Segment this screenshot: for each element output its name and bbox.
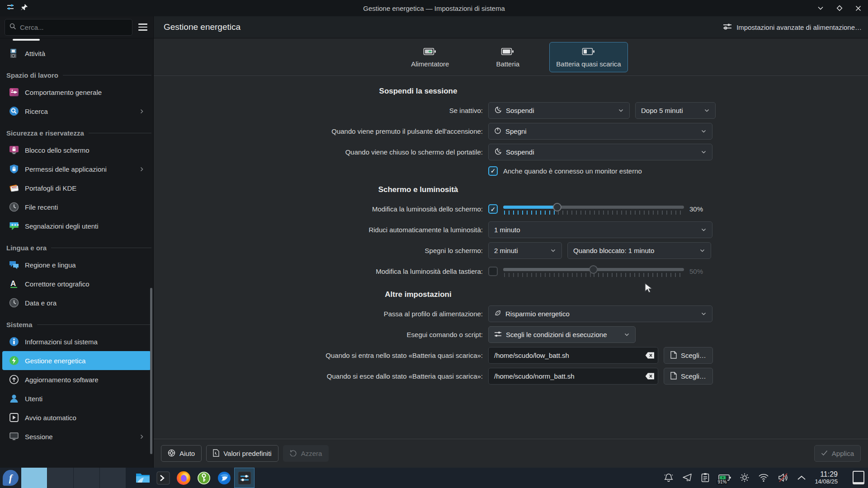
volume-muted-icon[interactable] bbox=[778, 473, 788, 483]
expand-tray-icon[interactable] bbox=[797, 474, 806, 481]
wifi-icon[interactable] bbox=[758, 473, 769, 482]
check-icon bbox=[821, 450, 828, 457]
screen-off-label: Spegni lo schermo: bbox=[154, 247, 488, 254]
virtual-desktop-3[interactable] bbox=[74, 468, 100, 488]
chevron-right-icon bbox=[139, 166, 145, 172]
clock-date: 14/08/25 bbox=[815, 479, 838, 485]
dim-label: Riduci automaticamente la luminosità: bbox=[154, 226, 488, 234]
tab-battery-full[interactable]: Batteria bbox=[472, 42, 544, 72]
spellcheck-icon: A bbox=[9, 278, 19, 289]
sidebar-item-user-feedback[interactable]: ★★★Segnalazioni degli utenti bbox=[2, 216, 151, 235]
clipboard-icon[interactable] bbox=[701, 473, 710, 483]
svg-text:z: z bbox=[499, 107, 500, 109]
virtual-desktop-2[interactable] bbox=[47, 468, 74, 488]
keyboard-brightness-checkbox[interactable] bbox=[488, 267, 498, 276]
screen-off-locked-combobox[interactable]: Quando bloccato: 1 minuto bbox=[567, 242, 711, 259]
search-icon bbox=[9, 23, 16, 31]
exit-state-script-input[interactable]: /home/scudo/norm_batt.sh bbox=[488, 368, 658, 385]
power-button-action-combobox[interactable]: Spegni bbox=[488, 123, 712, 140]
clear-text-icon[interactable] bbox=[645, 373, 655, 380]
firefox-icon[interactable] bbox=[173, 468, 193, 488]
enter-state-choose-button[interactable]: Scegli… bbox=[664, 347, 713, 364]
screen-brightness-label: Modifica la luminosità dello schermo: bbox=[154, 205, 488, 213]
suspend-icon: z bbox=[494, 106, 502, 115]
tab-bar: AlimentatoreBatteriaBatteria quasi scari… bbox=[154, 42, 868, 72]
notifications-icon[interactable] bbox=[664, 473, 674, 483]
keyboard-brightness-value: 50% bbox=[689, 267, 709, 275]
close-button[interactable] bbox=[855, 5, 862, 12]
lid-close-action-combobox[interactable]: z Sospendi bbox=[488, 144, 712, 160]
sliders-icon bbox=[494, 331, 502, 339]
sidebar-item-recent-files[interactable]: File recenti bbox=[2, 197, 151, 216]
chevron-down-icon bbox=[613, 108, 624, 113]
enter-state-script-input[interactable]: /home/scudo/low_batt.sh bbox=[488, 347, 658, 364]
kde-wallet-icon bbox=[9, 183, 19, 193]
undo-icon bbox=[290, 449, 297, 458]
thunderbird-icon[interactable] bbox=[214, 468, 234, 488]
sidebar-scrollbar[interactable] bbox=[150, 288, 152, 454]
sidebar-item-app-permissions[interactable]: Permessi delle applicazioni bbox=[2, 160, 151, 178]
sidebar-item-software-update[interactable]: Aggiornamento software bbox=[2, 370, 151, 389]
screen-off-timeout-combobox[interactable]: 2 minuti bbox=[488, 242, 562, 259]
maximize-button[interactable] bbox=[836, 5, 843, 12]
application-launcher-button[interactable]: f bbox=[3, 470, 19, 486]
reset-button[interactable]: Azzera bbox=[283, 445, 329, 462]
apply-button[interactable]: Applica bbox=[814, 445, 861, 462]
battery-full-icon bbox=[501, 47, 514, 57]
power-management-icon bbox=[9, 355, 19, 366]
advanced-power-settings-button[interactable]: Impostazioni avanzate di alimentazione… bbox=[723, 23, 862, 32]
battery-icon[interactable]: 91% bbox=[718, 474, 731, 482]
terminal-icon[interactable] bbox=[153, 468, 173, 488]
keepassxc-icon[interactable] bbox=[193, 468, 214, 488]
idle-action-combobox[interactable]: z Sospendi bbox=[488, 102, 630, 119]
sidebar-item-search-blue[interactable]: Ricerca bbox=[2, 102, 151, 121]
external-monitor-checkbox[interactable] bbox=[488, 166, 498, 176]
chevron-down-icon bbox=[695, 248, 705, 253]
run-script-label: Esegui comando o script: bbox=[154, 331, 488, 338]
sidebar-item-power-management[interactable]: Gestione energetica bbox=[2, 351, 151, 370]
system-settings-task-icon[interactable] bbox=[234, 468, 255, 488]
menu-button[interactable] bbox=[136, 20, 150, 34]
virtual-desktop-4[interactable] bbox=[100, 468, 126, 488]
power-profile-combobox[interactable]: Risparmio energetico bbox=[488, 305, 712, 322]
general-behavior-icon bbox=[9, 87, 19, 98]
screen-brightness-slider[interactable] bbox=[503, 203, 684, 215]
sidebar-item-activities[interactable]: Attività bbox=[2, 44, 151, 63]
tab-battery-ac[interactable]: Alimentatore bbox=[394, 42, 466, 72]
screen-brightness-checkbox[interactable] bbox=[488, 204, 498, 214]
sidebar-item-system-info[interactable]: Informazioni sul sistema bbox=[2, 332, 151, 351]
help-button[interactable]: Aiuto bbox=[161, 445, 202, 462]
idle-timeout-combobox[interactable]: Dopo 5 minuti bbox=[635, 102, 716, 119]
system-info-icon bbox=[9, 336, 19, 347]
chevron-right-icon bbox=[139, 108, 145, 114]
virtual-desktop-1[interactable] bbox=[21, 468, 47, 488]
keyboard-brightness-slider bbox=[503, 266, 684, 277]
exit-state-choose-button[interactable]: Scegli… bbox=[664, 368, 713, 385]
sidebar-item-autostart[interactable]: Avvio automatico bbox=[2, 408, 151, 427]
run-script-dropdown[interactable]: Scegli le condizioni di esecuzione bbox=[488, 326, 636, 343]
show-desktop-button[interactable] bbox=[853, 471, 864, 484]
sidebar-item-session[interactable]: Sessione bbox=[2, 427, 151, 446]
sidebar-section-header: Sicurezza e riservatezza bbox=[0, 125, 153, 141]
enter-state-label: Quando si entra nello stato «Batteria qu… bbox=[154, 352, 488, 359]
telegram-icon[interactable] bbox=[682, 473, 692, 483]
pin-icon[interactable] bbox=[21, 4, 28, 13]
tab-battery-low[interactable]: Batteria quasi scarica bbox=[549, 42, 627, 72]
sidebar-item-screen-lock[interactable]: Blocco dello schermo bbox=[2, 141, 151, 160]
search-input[interactable]: Cerca... bbox=[5, 19, 132, 36]
sidebar-item-region-language[interactable]: Regione e lingua bbox=[2, 255, 151, 274]
document-revert-icon bbox=[213, 449, 219, 458]
battery-low-icon bbox=[582, 47, 595, 57]
screen-lock-icon bbox=[9, 145, 19, 155]
defaults-button[interactable]: Valori predefiniti bbox=[206, 445, 278, 462]
section-title-display: Schermo e luminosità bbox=[79, 179, 757, 199]
clear-text-icon[interactable] bbox=[645, 352, 655, 359]
power-profile-label: Passa al profilo di alimentazione: bbox=[154, 310, 488, 318]
sidebar-item-users[interactable]: Utenti bbox=[2, 389, 151, 408]
digital-clock[interactable]: 11:29 14/08/25 bbox=[815, 470, 838, 485]
minimize-button[interactable] bbox=[817, 5, 824, 12]
brightness-icon[interactable] bbox=[740, 473, 750, 483]
dim-timeout-combobox[interactable]: 1 minuto bbox=[488, 221, 712, 238]
svg-text:A: A bbox=[10, 279, 16, 288]
file-manager-icon[interactable] bbox=[132, 468, 153, 488]
